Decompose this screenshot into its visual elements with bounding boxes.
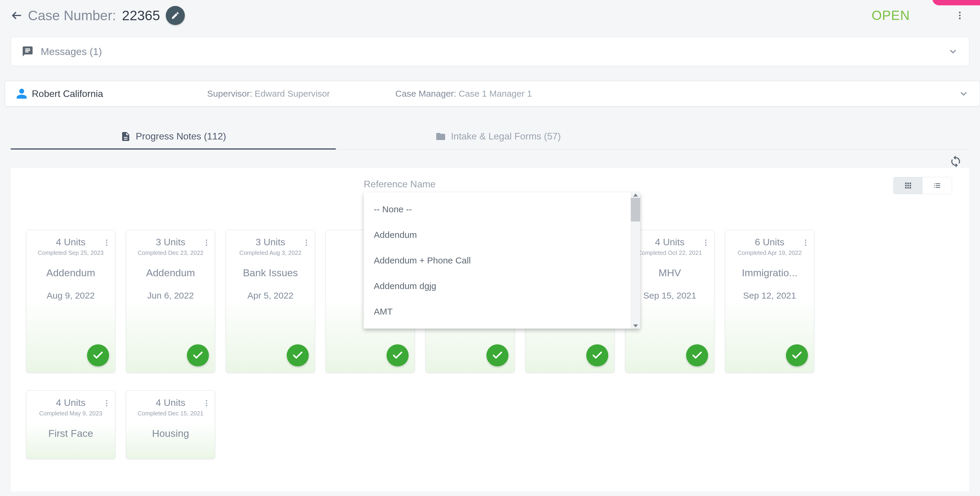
list-icon	[933, 181, 942, 190]
card-units: 3 Units	[226, 237, 315, 248]
scroll-up-icon	[633, 194, 638, 196]
grid-view-button[interactable]	[894, 177, 923, 194]
status-badge: OPEN	[872, 8, 910, 23]
svg-point-9	[206, 244, 207, 246]
note-card[interactable]: 3 UnitsCompleted Dec 23, 2022AddendumJun…	[126, 230, 215, 373]
grid-icon	[904, 181, 913, 190]
dropdown-item[interactable]: -- None --	[364, 196, 630, 222]
tab-progress-notes[interactable]: Progress Notes (112)	[11, 124, 336, 150]
svg-point-24	[705, 244, 706, 246]
card-menu-button[interactable]	[702, 239, 710, 247]
svg-point-30	[106, 405, 108, 407]
card-complete-badge	[287, 344, 309, 366]
arrow-left-icon	[11, 10, 22, 21]
card-date: Sep 12, 2021	[725, 290, 814, 301]
client-panel[interactable]: Robert California Supervisor: Edward Sup…	[5, 81, 980, 107]
card-title: First Face	[27, 427, 115, 439]
tab-label: Progress Notes (112)	[136, 131, 226, 142]
header-menu-button[interactable]	[951, 7, 968, 24]
sync-icon	[949, 155, 962, 168]
card-menu-button[interactable]	[802, 239, 810, 247]
more-vert-icon	[102, 239, 111, 247]
reference-name-dropdown: -- None -- Addendum Addendum + Phone Cal…	[364, 192, 640, 329]
notes-grid-area: -- None -- Addendum Addendum + Phone Cal…	[11, 168, 969, 491]
card-complete-badge	[387, 344, 409, 366]
card-date: Aug 9, 2022	[27, 290, 115, 301]
svg-point-29	[106, 403, 108, 404]
svg-point-27	[805, 244, 807, 246]
svg-point-3	[959, 18, 961, 19]
list-view-button[interactable]	[923, 177, 952, 194]
check-icon	[292, 349, 304, 361]
tab-label: Intake & Legal Forms (57)	[451, 131, 561, 142]
dropdown-item[interactable]: Addendum + Phone Call	[364, 248, 630, 273]
svg-point-10	[306, 240, 307, 241]
card-units: 4 Units	[27, 237, 115, 248]
scroll-thumb[interactable]	[631, 198, 640, 222]
card-complete-badge	[187, 344, 209, 366]
pencil-icon	[171, 11, 180, 20]
card-menu-button[interactable]	[202, 399, 211, 407]
tabs: Progress Notes (112) Intake & Legal Form…	[11, 124, 969, 150]
supervisor-label: Supervisor:	[207, 89, 252, 99]
more-vert-icon	[302, 239, 310, 247]
card-date: Jun 6, 2022	[126, 290, 215, 301]
card-completed: Completed Dec 23, 2022	[126, 249, 215, 256]
reference-name-input[interactable]	[364, 177, 575, 194]
person-icon	[16, 88, 28, 100]
dropdown-scrollbar[interactable]	[630, 192, 640, 329]
card-menu-button[interactable]	[302, 239, 310, 247]
svg-point-23	[705, 242, 706, 244]
check-icon	[492, 349, 503, 361]
messages-label: Messages (1)	[41, 46, 102, 57]
sync-button[interactable]	[949, 155, 962, 168]
check-icon	[192, 349, 204, 361]
message-icon	[22, 46, 33, 57]
note-card[interactable]: 3 UnitsCompleted Aug 3, 2022Bank IssuesA…	[226, 230, 315, 373]
card-menu-button[interactable]	[102, 239, 111, 247]
svg-point-8	[206, 242, 207, 244]
case-number: 22365	[122, 8, 160, 24]
svg-point-11	[306, 242, 307, 244]
edit-case-button[interactable]	[166, 6, 185, 25]
card-menu-button[interactable]	[202, 239, 211, 247]
svg-point-5	[106, 242, 108, 244]
card-units: 3 Units	[126, 237, 215, 248]
expand-client[interactable]	[958, 88, 969, 99]
more-vert-icon	[202, 399, 211, 407]
dropdown-item[interactable]: Addendum dgjg	[364, 273, 630, 299]
note-card[interactable]: 4 UnitsCompleted Sep 25, 2023AddendumAug…	[26, 230, 115, 373]
check-icon	[691, 349, 703, 361]
check-icon	[391, 349, 404, 361]
check-icon	[791, 349, 803, 361]
more-vert-icon	[955, 10, 965, 21]
top-right-accent	[932, 0, 980, 5]
tab-intake-forms[interactable]: Intake & Legal Forms (57)	[336, 124, 661, 150]
svg-point-28	[106, 400, 108, 402]
dropdown-item[interactable]: Addendum	[364, 222, 630, 248]
card-title: Addendum	[126, 267, 215, 279]
card-title: Housing	[126, 427, 215, 439]
svg-point-31	[206, 400, 207, 402]
card-units: 4 Units	[27, 397, 115, 408]
card-title: Immigratio...	[725, 267, 814, 279]
messages-panel[interactable]: Messages (1)	[11, 37, 969, 66]
card-completed: Completed Apr 19, 2022	[725, 249, 814, 256]
card-title: Addendum	[27, 267, 115, 279]
card-title: Bank Issues	[226, 267, 315, 279]
card-menu-button[interactable]	[102, 399, 111, 407]
note-card[interactable]: 4 UnitsCompleted May 9, 2023First Face	[26, 391, 115, 459]
note-card[interactable]: 6 UnitsCompleted Apr 19, 2022Immigratio.…	[725, 230, 814, 373]
expand-messages[interactable]	[948, 46, 958, 57]
case-manager-label: Case Manager:	[395, 89, 456, 99]
card-complete-badge	[786, 344, 808, 366]
svg-point-1	[959, 11, 961, 13]
page-title: Case Number: 22365	[28, 6, 185, 25]
card-completed: Completed Sep 25, 2023	[27, 249, 115, 256]
card-complete-badge	[87, 344, 109, 366]
dropdown-item[interactable]: AMT	[364, 299, 630, 324]
back-button[interactable]	[8, 7, 25, 24]
supervisor-value: Edward Supervisor	[255, 89, 330, 99]
card-completed: Completed Dec 15, 2021	[126, 410, 215, 417]
note-card[interactable]: 4 UnitsCompleted Dec 15, 2021Housing	[126, 391, 215, 459]
